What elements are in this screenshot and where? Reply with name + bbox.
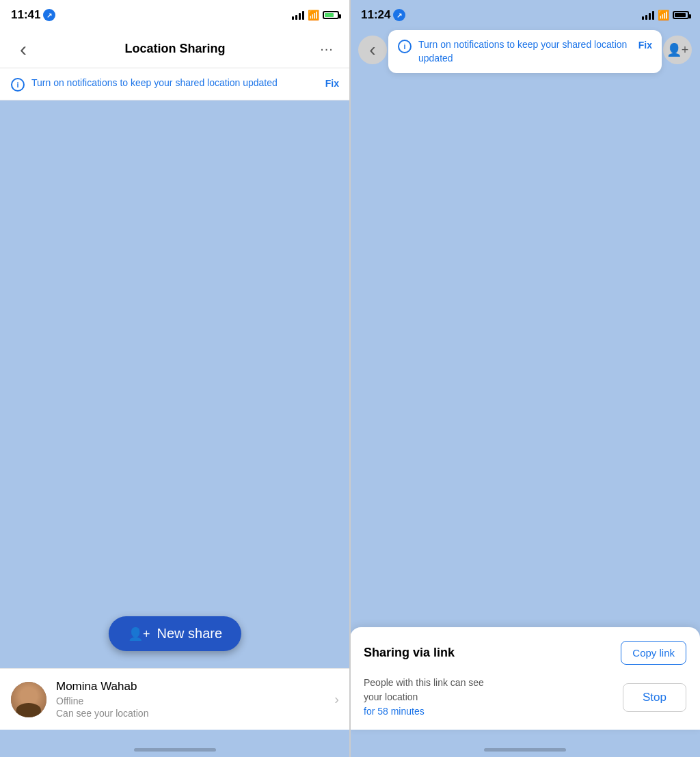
copy-link-button[interactable]: Copy link — [621, 641, 686, 665]
right-panel: 11:24 📶 👤+ i Turn on notifications to ke… — [350, 0, 700, 757]
sharing-description: People with this link can see your locat… — [364, 676, 484, 719]
home-indicator — [134, 748, 216, 752]
add-person-icon: 👤+ — [667, 42, 689, 57]
right-status-bar: 11:24 📶 — [350, 0, 700, 30]
left-panel: 11:41 📶 Location Sharing ··· i Turn on n… — [0, 0, 350, 757]
right-notification-text: Turn on notifications to keep your share… — [418, 38, 632, 65]
avatar-image — [11, 682, 46, 717]
chevron-right-icon: › — [334, 691, 339, 707]
right-location-arrow-icon — [393, 9, 405, 21]
back-round-button[interactable] — [358, 36, 387, 64]
sharing-card: Sharing via link Copy link People with t… — [350, 627, 700, 730]
right-time-text: 11:24 — [361, 8, 390, 22]
time-text: 11:41 — [11, 8, 40, 22]
contact-info: Momina Wahab Offline Can see your locati… — [56, 680, 325, 719]
sharing-title: Sharing via link — [364, 646, 455, 660]
sharing-card-row2: People with this link can see your locat… — [364, 676, 686, 719]
right-time: 11:24 — [361, 8, 405, 22]
right-signal-bars-icon — [642, 11, 654, 20]
right-notification-banner: i Turn on notifications to keep your sha… — [388, 30, 662, 73]
back-button[interactable] — [11, 37, 36, 61]
right-fix-button[interactable]: Fix — [638, 38, 652, 51]
location-arrow-icon — [43, 9, 55, 21]
page-title: Location Sharing — [36, 42, 314, 56]
avatar — [11, 682, 46, 717]
left-nav: Location Sharing ··· — [0, 30, 350, 68]
add-contact-button[interactable]: 👤+ — [663, 36, 692, 64]
contact-row[interactable]: Momina Wahab Offline Can see your locati… — [0, 668, 350, 730]
signal-bars-icon — [292, 11, 304, 20]
new-share-label: New share — [157, 626, 222, 642]
right-info-icon: i — [398, 40, 412, 53]
contact-sub: Can see your location — [56, 708, 325, 719]
sharing-desc-line2: your location — [364, 691, 418, 702]
right-home-indicator — [484, 748, 566, 752]
stop-button[interactable]: Stop — [623, 683, 686, 712]
right-status-icons: 📶 — [642, 10, 689, 20]
wifi-icon: 📶 — [308, 10, 319, 20]
right-wifi-icon: 📶 — [658, 10, 669, 20]
contact-name: Momina Wahab — [56, 680, 325, 693]
notification-text: Turn on notifications to keep your share… — [31, 77, 319, 90]
sharing-desc-line1: People with this link can see — [364, 677, 484, 688]
battery-icon — [323, 11, 339, 19]
notification-banner: i Turn on notifications to keep your sha… — [0, 68, 350, 100]
fix-button[interactable]: Fix — [325, 77, 339, 89]
left-status-bar: 11:41 📶 — [0, 0, 350, 30]
person-add-icon: 👤+ — [128, 627, 150, 642]
more-button[interactable]: ··· — [314, 37, 339, 61]
info-icon: i — [11, 78, 25, 92]
panel-divider — [349, 0, 351, 757]
sharing-card-row1: Sharing via link Copy link — [364, 641, 686, 665]
right-battery-icon — [673, 11, 689, 19]
left-time: 11:41 — [11, 8, 55, 22]
left-status-icons: 📶 — [292, 10, 339, 20]
sharing-time: for 58 minutes — [364, 706, 425, 717]
new-share-button[interactable]: 👤+ New share — [109, 616, 241, 651]
contact-status: Offline — [56, 696, 325, 706]
